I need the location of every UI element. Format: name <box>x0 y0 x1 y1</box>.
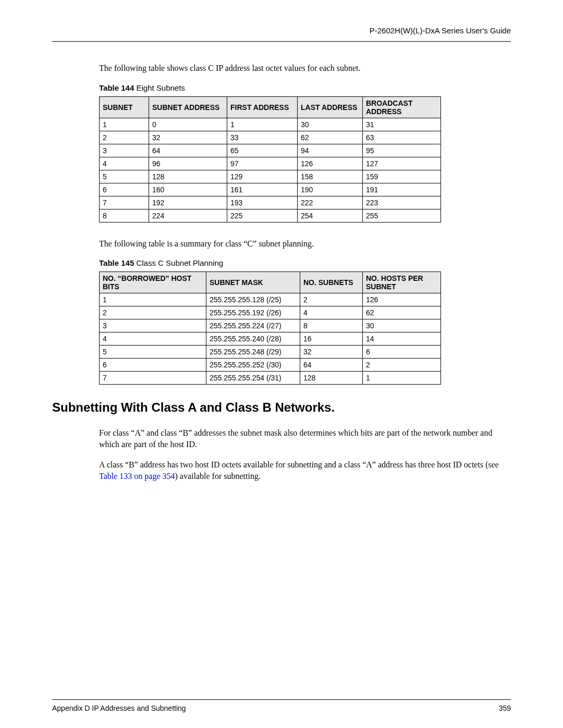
table-cell: 255.255.255.192 (/26) <box>206 306 300 319</box>
table-cell: 160 <box>149 183 227 196</box>
table-cell: 158 <box>298 170 363 183</box>
table-cell: 97 <box>227 157 298 170</box>
table-cell: 255.255.255.248 (/29) <box>206 346 300 359</box>
table-cell: 96 <box>149 157 227 170</box>
table-cell: 190 <box>298 183 363 196</box>
th-last-address: LAST ADDRESS <box>298 96 363 118</box>
section-heading-subnetting-ab: Subnetting With Class A and Class B Netw… <box>52 400 511 415</box>
table-cell: 33 <box>227 131 298 144</box>
table-cell: 2 <box>363 359 441 372</box>
footer-page-number: 359 <box>499 704 511 712</box>
doc-title: P-2602H(W)(L)-DxA Series User's Guide <box>370 26 511 35</box>
intro-paragraph-1: The following table shows class C IP add… <box>99 63 511 74</box>
intro-paragraph-2: The following table is a summary for cla… <box>99 238 511 250</box>
table-cell: 3 <box>100 319 206 332</box>
table-cell: 5 <box>100 346 206 359</box>
table-cell: 7 <box>100 196 149 209</box>
table-cell: 30 <box>363 319 441 332</box>
table-row: 364659495 <box>100 144 441 157</box>
table-cell: 225 <box>227 209 298 222</box>
table-eight-subnets: SUBNET SUBNET ADDRESS FIRST ADDRESS LAST… <box>99 96 441 223</box>
table-cell: 14 <box>363 332 441 346</box>
table-cell: 6 <box>363 346 441 359</box>
th-subnet-address: SUBNET ADDRESS <box>149 96 227 118</box>
table-cell: 1 <box>227 118 298 131</box>
table-cell: 4 <box>100 157 149 170</box>
th-hosts-per-subnet: NO. HOSTS PER SUBNET <box>363 272 441 293</box>
table-cell: 62 <box>298 131 363 144</box>
table-cell: 5 <box>100 170 149 183</box>
table-cell: 2 <box>100 131 149 144</box>
p2-text-post: ) available for subnetting. <box>175 472 261 480</box>
table-cell: 255.255.255.224 (/27) <box>206 319 300 332</box>
table-cell: 224 <box>149 209 227 222</box>
table-row: 49697126127 <box>100 157 441 170</box>
table-cell: 161 <box>227 183 298 196</box>
table-cell: 32 <box>300 346 363 359</box>
table-cell: 255.255.255.254 (/31) <box>206 372 300 385</box>
table-cell: 65 <box>227 144 298 157</box>
table-cell: 1 <box>363 372 441 385</box>
table-cell: 127 <box>363 157 441 170</box>
table-cell: 255.255.255.252 (/30) <box>206 359 300 372</box>
table-cell: 6 <box>100 183 149 196</box>
table-cell: 2 <box>100 306 206 319</box>
table-cell: 8 <box>300 319 363 332</box>
table-row: 6255.255.255.252 (/30)642 <box>100 359 441 372</box>
table-cell: 1 <box>100 293 206 306</box>
table-cell: 30 <box>298 118 363 131</box>
body-paragraph-1: For class “A” and class “B” addresses th… <box>99 427 511 450</box>
table-row: 4255.255.255.240 (/28)1614 <box>100 332 441 346</box>
table-144-caption: Table 144 Eight Subnets <box>99 83 511 92</box>
xref-table-133[interactable]: Table 133 on page 354 <box>99 472 175 480</box>
page-header: P-2602H(W)(L)-DxA Series User's Guide <box>52 26 511 42</box>
table-cell: 223 <box>363 196 441 209</box>
table-145-caption: Table 145 Class C Subnet Planning <box>99 258 511 267</box>
table-cell: 62 <box>363 306 441 319</box>
th-broadcast-address: BROADCAST ADDRESS <box>363 96 441 118</box>
table-row: 8224225254255 <box>100 209 441 222</box>
table-cell: 128 <box>300 372 363 385</box>
table-cell: 255 <box>363 209 441 222</box>
table-cell: 222 <box>298 196 363 209</box>
table-cell: 255.255.255.240 (/28) <box>206 332 300 346</box>
table-cell: 2 <box>300 293 363 306</box>
table-cell: 3 <box>100 144 149 157</box>
table-cell: 1 <box>100 118 149 131</box>
table-144-caption-number: Table 144 <box>99 83 134 92</box>
table-cell: 94 <box>298 144 363 157</box>
table-cell: 254 <box>298 209 363 222</box>
table-class-c-subnet-planning: NO. “BORROWED” HOST BITS SUBNET MASK NO.… <box>99 272 441 385</box>
table-cell: 7 <box>100 372 206 385</box>
table-row: 6160161190191 <box>100 183 441 196</box>
table-cell: 159 <box>363 170 441 183</box>
table-cell: 192 <box>149 196 227 209</box>
table-cell: 4 <box>100 332 206 346</box>
table-row: 7192193222223 <box>100 196 441 209</box>
table-cell: 6 <box>100 359 206 372</box>
table-cell: 4 <box>300 306 363 319</box>
p2-text-pre: A class “B” address has two host ID octe… <box>99 460 499 469</box>
table-cell: 126 <box>363 293 441 306</box>
table-row: 232336263 <box>100 131 441 144</box>
th-borrowed-bits: NO. “BORROWED” HOST BITS <box>100 272 206 293</box>
th-subnet: SUBNET <box>100 96 149 118</box>
table-row: 7255.255.255.254 (/31)1281 <box>100 372 441 385</box>
table-145-caption-title: Class C Subnet Planning <box>134 258 223 267</box>
table-row: 5255.255.255.248 (/29)326 <box>100 346 441 359</box>
table-cell: 193 <box>227 196 298 209</box>
table-144-caption-title: Eight Subnets <box>134 83 185 92</box>
table-cell: 8 <box>100 209 149 222</box>
table-cell: 191 <box>363 183 441 196</box>
table-145-caption-number: Table 145 <box>99 258 134 267</box>
table-cell: 64 <box>149 144 227 157</box>
table-row: 3255.255.255.224 (/27)830 <box>100 319 441 332</box>
table-header-row: SUBNET SUBNET ADDRESS FIRST ADDRESS LAST… <box>100 96 441 118</box>
table-row: 5128129158159 <box>100 170 441 183</box>
table-cell: 95 <box>363 144 441 157</box>
table-cell: 126 <box>298 157 363 170</box>
footer-left: Appendix D IP Addresses and Subnetting <box>52 704 186 712</box>
table-cell: 63 <box>363 131 441 144</box>
th-first-address: FIRST ADDRESS <box>227 96 298 118</box>
table-row: 2255.255.255.192 (/26)462 <box>100 306 441 319</box>
